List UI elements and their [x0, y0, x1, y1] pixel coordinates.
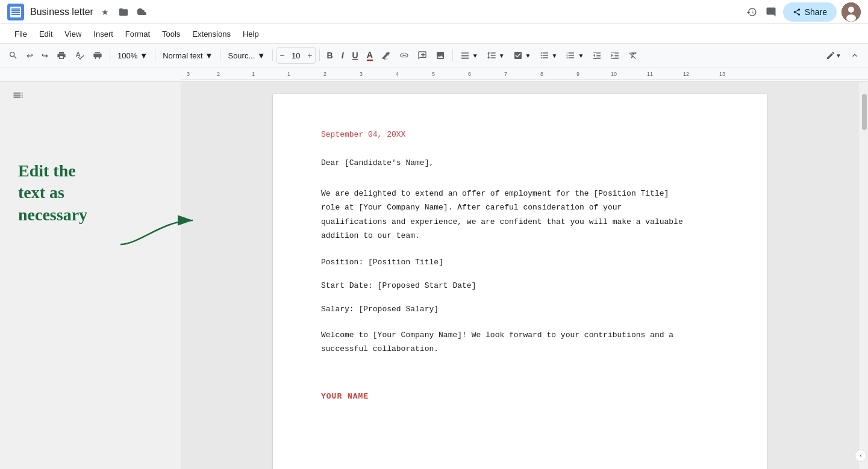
redo-button[interactable]: ↪ — [38, 46, 52, 64]
letter-salutation[interactable]: Dear [Candidate's Name], — [321, 158, 719, 167]
menu-extensions[interactable]: Extensions — [187, 27, 236, 41]
highlight-button[interactable] — [378, 46, 395, 64]
svg-text:1: 1 — [287, 71, 290, 77]
ordered-list-dropdown[interactable]: ▼ — [562, 47, 587, 64]
svg-text:3: 3 — [187, 71, 190, 77]
paintformat-button[interactable] — [89, 46, 106, 64]
share-label: Share — [805, 7, 827, 17]
scroll-thumb[interactable] — [862, 94, 867, 130]
letter-salary[interactable]: Salary: [Proposed Salary] — [321, 305, 719, 314]
svg-point-1 — [848, 7, 854, 13]
folder-icon[interactable] — [116, 5, 131, 19]
letter-position[interactable]: Position: [Position Title] — [321, 258, 719, 267]
svg-text:4: 4 — [396, 71, 399, 77]
bold-button[interactable]: B — [323, 46, 337, 64]
title-icons: ★ — [98, 5, 149, 19]
left-sidebar: Edit the text as necessary — [0, 82, 181, 469]
menu-format[interactable]: Format — [120, 27, 155, 41]
annotation-arrow — [114, 208, 199, 256]
svg-text:3: 3 — [360, 71, 363, 77]
outline-icon[interactable] — [12, 89, 24, 104]
zoom-dropdown[interactable]: 100% ▼ — [114, 47, 151, 64]
history-icon[interactable] — [745, 5, 759, 19]
menu-tools[interactable]: Tools — [157, 27, 185, 41]
style-value: Normal text — [163, 51, 202, 60]
share-button[interactable]: Share — [783, 2, 837, 22]
letter-signature[interactable]: YOUR NAME — [321, 392, 719, 401]
underline-button[interactable]: U — [349, 46, 362, 64]
search-button[interactable] — [5, 46, 22, 64]
svg-text:7: 7 — [504, 71, 507, 77]
toolbar: ↩ ↪ 100% ▼ Normal text ▼ Sourc... ▼ − + … — [0, 43, 868, 67]
svg-text:1: 1 — [252, 71, 255, 77]
clear-format-button[interactable] — [625, 46, 642, 64]
menu-insert[interactable]: Insert — [89, 27, 118, 41]
indent-increase-button[interactable] — [607, 46, 623, 64]
menu-bar: File Edit View Insert Format Tools Exten… — [0, 24, 868, 43]
letter-date[interactable]: September 04, 20XX — [321, 130, 719, 139]
text-color-button[interactable]: A — [363, 46, 376, 64]
svg-text:9: 9 — [576, 71, 579, 77]
annotation-line3: necessary — [18, 204, 87, 226]
annotation-line2: text as — [18, 182, 87, 203]
add-comment-button[interactable] — [414, 46, 431, 64]
user-avatar[interactable] — [841, 2, 861, 22]
menu-file[interactable]: File — [10, 27, 32, 41]
link-button[interactable] — [396, 46, 413, 64]
zoom-arrow: ▼ — [140, 51, 148, 60]
document-area[interactable]: September 04, 20XX Dear [Candidate's Nam… — [181, 82, 859, 469]
undo-button[interactable]: ↩ — [23, 46, 37, 64]
main-area: Edit the text as necessary September 04,… — [0, 82, 868, 469]
font-size-input[interactable] — [287, 51, 305, 60]
doc-icon — [7, 4, 24, 20]
svg-text:5: 5 — [432, 71, 435, 77]
list-dropdown[interactable]: ▼ — [536, 47, 561, 64]
cloud-icon[interactable] — [134, 5, 149, 19]
italic-button[interactable]: I — [338, 46, 348, 64]
svg-text:12: 12 — [683, 71, 689, 77]
letter-startdate[interactable]: Start Date: [Proposed Start Date] — [321, 281, 719, 290]
font-size-decrease[interactable]: − — [277, 51, 287, 60]
right-panel — [859, 82, 868, 469]
header-right: Share — [745, 2, 861, 22]
menu-edit[interactable]: Edit — [34, 27, 57, 41]
collapse-toolbar-button[interactable] — [846, 46, 863, 64]
indent-decrease-button[interactable] — [589, 46, 605, 64]
svg-text:13: 13 — [719, 71, 725, 77]
menu-view[interactable]: View — [60, 27, 86, 41]
zoom-value: 100% — [117, 51, 137, 60]
annotation-container: Edit the text as necessary — [18, 160, 87, 226]
letter-body[interactable]: We are delighted to extend an offer of e… — [321, 187, 719, 243]
font-value: Sourc... — [228, 51, 255, 60]
svg-text:8: 8 — [540, 71, 543, 77]
font-dropdown[interactable]: Sourc... ▼ — [224, 47, 269, 64]
svg-text:10: 10 — [611, 71, 617, 77]
svg-text:6: 6 — [468, 71, 471, 77]
title-bar: Business letter ★ Share — [0, 0, 868, 24]
ruler: 3 2 1 1 2 3 4 5 6 7 8 9 10 11 12 13 — [0, 67, 868, 82]
spellcheck-button[interactable] — [71, 46, 88, 64]
document-title[interactable]: Business letter — [30, 7, 93, 17]
print-button[interactable] — [53, 46, 70, 64]
comments-icon[interactable] — [764, 5, 778, 19]
checklist-dropdown[interactable]: ▼ — [510, 47, 535, 64]
font-arrow: ▼ — [257, 51, 265, 60]
svg-text:2: 2 — [217, 71, 220, 77]
svg-point-2 — [846, 14, 856, 22]
collapse-panel-button[interactable] — [855, 450, 867, 462]
line-spacing-dropdown[interactable]: ▼ — [483, 47, 508, 64]
svg-text:11: 11 — [647, 71, 653, 77]
font-size-increase[interactable]: + — [305, 51, 314, 60]
align-dropdown[interactable]: ▼ — [457, 47, 482, 64]
star-icon[interactable]: ★ — [98, 5, 113, 19]
letter-closing[interactable]: Welcome to [Your Company Name]! We look … — [321, 328, 719, 356]
menu-help[interactable]: Help — [238, 27, 264, 41]
page: September 04, 20XX Dear [Candidate's Nam… — [273, 94, 767, 469]
annotation-line1: Edit the — [18, 160, 87, 182]
insert-image-button[interactable] — [432, 46, 449, 64]
scroll-track[interactable] — [862, 82, 867, 469]
svg-text:2: 2 — [323, 71, 326, 77]
style-arrow: ▼ — [205, 51, 213, 60]
style-dropdown[interactable]: Normal text ▼ — [159, 47, 216, 64]
pencil-mode-button[interactable]: ▼ — [822, 46, 845, 64]
